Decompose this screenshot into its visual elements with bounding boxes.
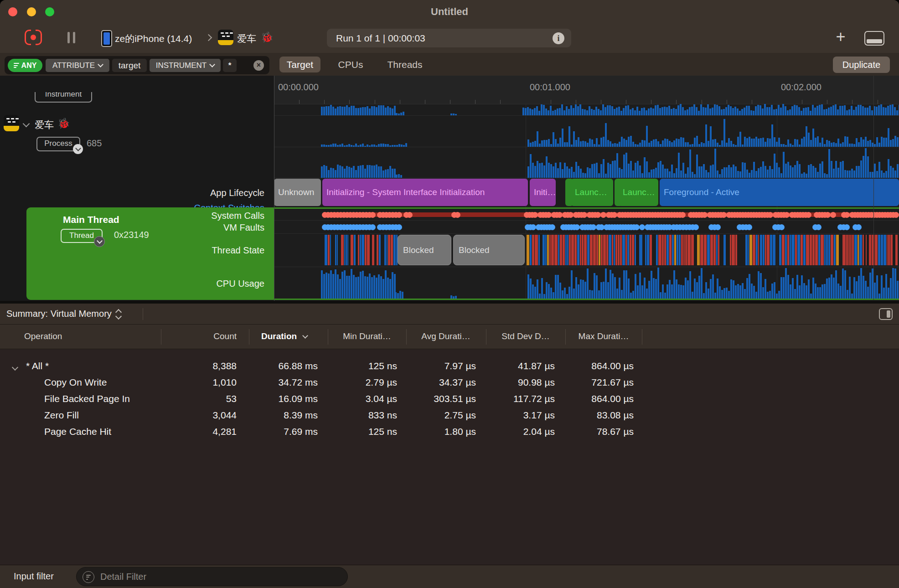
cell-avg: 1.80 µs [444,426,476,437]
panel-divider[interactable] [274,76,274,301]
track-area[interactable]: 00:00.00000:01.00000:02.000 UnknownIniti… [0,76,899,301]
cell-op: Page Cache Hit [44,426,111,437]
device-selector[interactable]: ze的iPhone (14.4) [115,32,192,45]
row-label-thread-state[interactable]: Thread State [26,245,264,256]
event-dot [396,224,402,230]
column-header-duration[interactable]: Duration [261,331,307,341]
process-options-button[interactable] [73,144,83,154]
row-label-app-lifecycle[interactable]: App Lifecycle [26,188,264,198]
lifecycle-segment[interactable]: Foreground - Active [660,179,899,206]
tab-target[interactable]: Target [279,57,320,72]
track-filter-field[interactable]: ANY ATTRIBUTE target INSTRUMENT * × [5,56,269,74]
filter-wildcard-value[interactable]: * [223,59,237,72]
cell-op: Copy On Write [44,377,107,388]
table-row[interactable]: Zero Fill3,0448.39 ms833 ns2.75 µs3.17 µ… [0,407,899,423]
filter-attribute-token[interactable]: ATTRIBUTE [46,59,109,72]
header-divider [565,329,566,345]
chevron-right-icon [205,34,212,41]
column-header-std[interactable]: Std Dev D… [501,331,550,341]
summary-table: * All *8,38866.88 ms125 ns7.97 µs41.87 µ… [0,349,899,565]
cell-std: 2.04 µs [523,426,555,437]
cell-avg: 34.37 µs [439,377,476,388]
cell-avg: 303.51 µs [434,393,476,404]
bottom-panel-icon[interactable] [864,31,884,46]
tab-threads[interactable]: Threads [382,57,428,72]
summary-bar: Summary: Virtual Memory [0,304,899,325]
disclosure-chevron-icon[interactable] [23,120,30,128]
column-header-avg[interactable]: Avg Durati… [421,331,470,341]
summary-selector[interactable]: Summary: Virtual Memory [6,309,121,319]
filter-bar: ANY ATTRIBUTE target INSTRUMENT * × Targ… [0,53,899,76]
lifecycle-segment[interactable]: Unknown [274,179,321,206]
app-icon [218,30,233,45]
cell-count: 4,281 [212,426,237,437]
cell-avg: 7.97 µs [444,361,476,371]
process-name[interactable]: 爱车 [35,119,54,131]
table-row[interactable]: Copy On Write1,01034.72 ms2.79 µs34.37 µ… [0,374,899,391]
target-app-emoji: 🐞 [261,31,273,43]
lifecycle-segment[interactable]: Initializing - System Interface Initiali… [322,179,528,206]
toolbar: ze的iPhone (14.4) 爱车 🐞 Run 1 of 1 | 00:00… [0,25,899,53]
header-divider [328,329,328,345]
add-instrument-button[interactable]: + [832,27,849,47]
titlebar: Untitled [0,0,899,25]
blocked-segment[interactable]: Blocked [453,235,525,265]
clear-filter-icon[interactable]: × [253,60,264,71]
row-label-system-calls[interactable]: System Calls [26,211,264,221]
sidebar-toggle-icon[interactable] [879,308,893,320]
process-pid: 685 [87,138,102,149]
cell-min: 3.04 µs [366,393,397,404]
cell-std: 90.98 µs [518,377,555,388]
main-thread-track-header[interactable]: Main Thread Thread 0x23149 System Calls … [26,207,274,300]
filter-instrument-token[interactable]: INSTRUMENT [150,59,221,72]
iphone-icon [101,30,112,47]
pause-icon [67,32,70,43]
event-dot [590,224,596,230]
event-dot [549,224,555,230]
detail-filter-input[interactable] [76,567,348,586]
row-label-vm-faults[interactable]: VM Faults [26,222,264,233]
cell-count: 3,044 [212,410,237,421]
cell-std: 117.72 µs [513,393,555,404]
event-dot [634,224,640,230]
cell-min: 125 ns [368,361,397,371]
bottom-bar: Input filter [0,565,899,588]
target-app-name[interactable]: 爱车 [237,32,256,45]
cell-max: 864.00 µs [591,361,634,371]
filter-target-value[interactable]: target [112,59,147,72]
thread-options-button[interactable] [94,236,105,247]
row-label-thread-cpu-usage[interactable]: CPU Usage [26,279,264,289]
pause-button[interactable] [67,32,76,43]
timeline-right-divider [873,76,874,300]
table-row[interactable]: Page Cache Hit4,2817.69 ms125 ns1.80 µs2… [0,423,899,440]
cell-std: 3.17 µs [523,410,555,421]
disclosure-chevron-icon[interactable] [13,363,17,371]
table-row[interactable]: File Backed Page In5316.09 ms3.04 µs303.… [0,391,899,407]
cell-std: 41.87 µs [518,361,555,371]
lifecycle-segment[interactable]: Launc… [571,179,613,206]
cell-max: 721.67 µs [591,377,634,388]
run-info-pill[interactable]: Run 1 of 1 | 00:00:03 i [327,29,571,47]
filter-any-token[interactable]: ANY [8,59,42,72]
column-header-max[interactable]: Max Durati… [579,331,629,341]
cell-count: 8,388 [212,361,237,371]
record-button[interactable] [25,30,42,45]
column-header-op[interactable]: Operation [24,331,62,341]
table-row[interactable]: * All *8,38866.88 ms125 ns7.97 µs41.87 µ… [0,358,899,374]
instrument-track-header[interactable]: Instrument [35,92,92,105]
info-icon[interactable]: i [553,32,564,44]
duplicate-button[interactable]: Duplicate [833,57,890,73]
column-header-count[interactable]: Count [213,331,237,341]
tab-cpus[interactable]: CPUs [332,57,369,72]
header-divider [161,329,161,345]
input-filter-label: Input filter [14,571,54,582]
cell-min: 125 ns [368,426,397,437]
detail-filter-icon [83,571,94,583]
updown-chevron-icon [116,310,121,319]
event-dot [574,224,580,230]
column-header-min[interactable]: Min Durati… [343,331,391,341]
lifecycle-segment[interactable]: Launc… [619,179,658,206]
process-emoji: 🐞 [57,118,70,129]
blocked-segment[interactable]: Blocked [398,235,451,265]
lifecycle-segment[interactable]: Initi… [530,179,556,206]
